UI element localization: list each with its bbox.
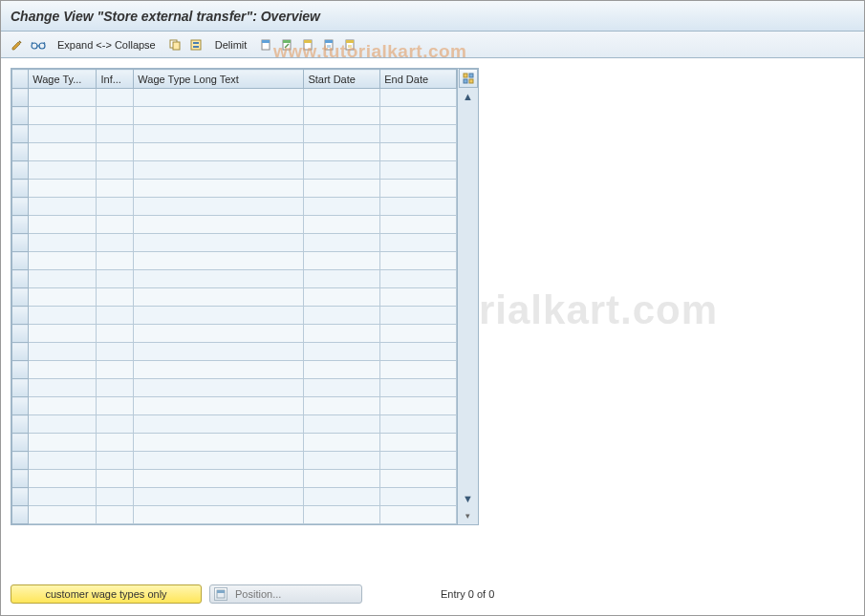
cell[interactable] (304, 288, 380, 307)
row-header[interactable] (12, 506, 29, 524)
corner-header[interactable] (12, 70, 29, 89)
cell[interactable] (304, 198, 380, 216)
cell[interactable] (380, 161, 457, 180)
table-row[interactable] (12, 506, 457, 524)
cell[interactable] (304, 506, 380, 524)
cell[interactable] (97, 379, 134, 397)
doc-blue-icon[interactable] (320, 36, 337, 53)
glasses-icon[interactable] (30, 36, 47, 53)
doc1-icon[interactable] (257, 36, 274, 53)
cell[interactable] (134, 161, 304, 180)
table-row[interactable] (12, 307, 457, 325)
cell[interactable] (97, 107, 134, 125)
cell[interactable] (134, 107, 304, 125)
cell[interactable] (380, 415, 457, 434)
cell[interactable] (29, 343, 97, 361)
table-row[interactable] (12, 198, 457, 216)
cell[interactable] (134, 234, 304, 252)
cell[interactable] (380, 198, 457, 216)
cell[interactable] (134, 89, 304, 107)
cell[interactable] (29, 325, 97, 343)
cell[interactable] (134, 198, 304, 216)
cell[interactable] (97, 161, 134, 180)
table-row[interactable] (12, 343, 457, 361)
cell[interactable] (304, 361, 380, 379)
cell[interactable] (97, 288, 134, 307)
row-header[interactable] (12, 198, 29, 216)
cell[interactable] (304, 415, 380, 434)
row-header[interactable] (12, 470, 29, 488)
cell[interactable] (380, 234, 457, 252)
customer-wage-types-button[interactable]: customer wage types only (11, 584, 202, 604)
cell[interactable] (29, 379, 97, 397)
cell[interactable] (134, 361, 304, 379)
cell[interactable] (97, 434, 134, 452)
cell[interactable] (380, 343, 457, 361)
cell[interactable] (134, 288, 304, 307)
cell[interactable] (380, 470, 457, 488)
cell[interactable] (97, 180, 134, 198)
row-header[interactable] (12, 488, 29, 506)
cell[interactable] (134, 216, 304, 234)
cell[interactable] (380, 125, 457, 143)
cell[interactable] (29, 470, 97, 488)
row-header[interactable] (12, 216, 29, 234)
cell[interactable] (134, 397, 304, 415)
col-wage-long[interactable]: Wage Type Long Text (134, 70, 304, 89)
change-icon[interactable] (9, 36, 26, 53)
cell[interactable] (97, 307, 134, 325)
row-header[interactable] (12, 379, 29, 397)
table-row[interactable] (12, 452, 457, 470)
table-row[interactable] (12, 415, 457, 434)
cell[interactable] (29, 89, 97, 107)
table-row[interactable] (12, 234, 457, 252)
cell[interactable] (97, 452, 134, 470)
cell[interactable] (380, 397, 457, 415)
row-header[interactable] (12, 161, 29, 180)
table-row[interactable] (12, 270, 457, 288)
cell[interactable] (97, 143, 134, 161)
cell[interactable] (134, 470, 304, 488)
cell[interactable] (29, 180, 97, 198)
cell[interactable] (304, 270, 380, 288)
cell[interactable] (97, 270, 134, 288)
cell[interactable] (97, 470, 134, 488)
doc-yellow-icon[interactable] (299, 36, 316, 53)
cell[interactable] (304, 143, 380, 161)
cell[interactable] (304, 379, 380, 397)
cell[interactable] (134, 125, 304, 143)
col-start-date[interactable]: Start Date (304, 70, 380, 89)
table-row[interactable] (12, 488, 457, 506)
cell[interactable] (380, 434, 457, 452)
table-row[interactable] (12, 470, 457, 488)
vertical-scrollbar[interactable]: ▲ ▼ ▾ (457, 69, 478, 524)
cell[interactable] (97, 234, 134, 252)
cell[interactable] (97, 343, 134, 361)
doc-last-icon[interactable] (341, 36, 358, 53)
cell[interactable] (134, 506, 304, 524)
cell[interactable] (134, 307, 304, 325)
cell[interactable] (29, 234, 97, 252)
row-header[interactable] (12, 143, 29, 161)
cell[interactable] (29, 288, 97, 307)
row-header[interactable] (12, 180, 29, 198)
cell[interactable] (380, 452, 457, 470)
cell[interactable] (380, 325, 457, 343)
cell[interactable] (97, 488, 134, 506)
row-header[interactable] (12, 307, 29, 325)
cell[interactable] (134, 325, 304, 343)
cell[interactable] (304, 125, 380, 143)
cell[interactable] (380, 506, 457, 524)
cell[interactable] (380, 488, 457, 506)
cell[interactable] (134, 252, 304, 270)
table-row[interactable] (12, 107, 457, 125)
delimit-button[interactable]: Delimit (208, 36, 254, 53)
scroll-end-icon[interactable]: ▾ (459, 507, 478, 524)
table-row[interactable] (12, 434, 457, 452)
cell[interactable] (380, 216, 457, 234)
cell[interactable] (134, 452, 304, 470)
cell[interactable] (380, 107, 457, 125)
data-table[interactable]: Wage Ty... Inf... Wage Type Long Text St… (11, 69, 457, 524)
cell[interactable] (29, 252, 97, 270)
cell[interactable] (304, 180, 380, 198)
